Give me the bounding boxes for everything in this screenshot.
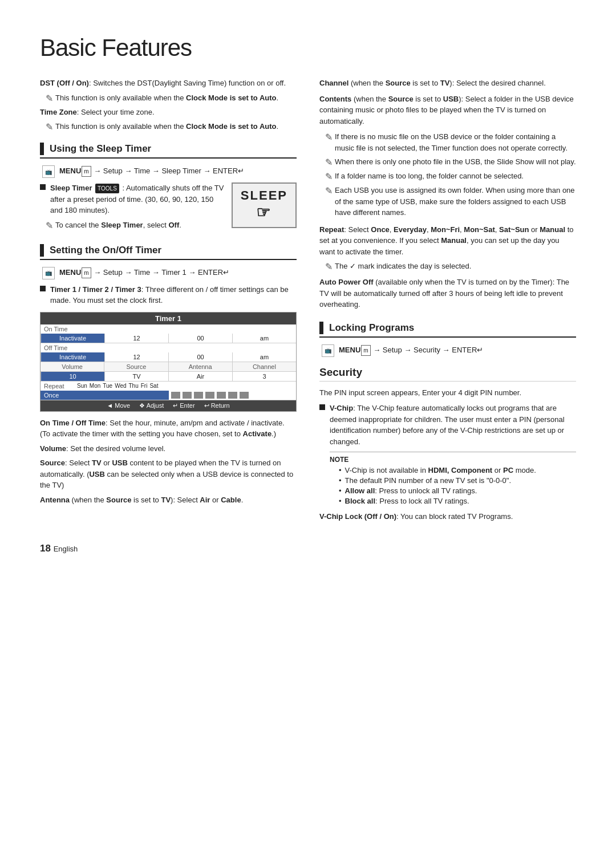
vchip-lock-note: V-Chip Lock (Off / On): You can block ra… xyxy=(319,511,576,522)
security-notes: V-Chip is not available in HDMI, Compone… xyxy=(330,466,576,505)
source-note: Source: Select TV or USB content to be p… xyxy=(40,457,297,491)
off-time-section: Off Time Inactivate 12 00 am xyxy=(40,343,296,362)
menu-icon-3: 📺 xyxy=(322,344,334,357)
contents-note: Contents (when the Source is set to USB)… xyxy=(319,94,576,127)
note-icon-2: ✎ xyxy=(46,121,53,132)
dst-text: DST (Off / On): Switches the DST(Dayligh… xyxy=(40,78,297,89)
page-number: 18 English xyxy=(40,543,576,554)
note-icon-usb2: ✎ xyxy=(325,157,333,168)
repeat-section: Repeat Sun Mon Tue Wed Thu Fri Sat Once xyxy=(40,382,296,400)
days-row: Sun Mon Tue Wed Thu Fri Sat xyxy=(75,382,296,390)
usb-note-3: ✎ If a folder name is too long, the fold… xyxy=(319,171,576,182)
locking-header: Locking Programs xyxy=(319,322,576,338)
security-note-2: The default PIN number of a new TV set i… xyxy=(339,476,576,485)
sleep-timer-header: Using the Sleep Timer xyxy=(40,143,297,159)
usb-note-1: ✎ If there is no music file on the USB d… xyxy=(319,131,576,153)
right-column: Channel (when the Source is set to TV): … xyxy=(319,78,576,526)
security-section: Security The PIN input screen appears, E… xyxy=(319,366,576,522)
usb-note-2: ✎ When there is only one photo file in t… xyxy=(319,156,576,168)
section-bar xyxy=(40,143,44,155)
menu-icon-2: 📺 xyxy=(42,267,55,279)
auto-power-note: Auto Power Off (available only when the … xyxy=(319,277,576,310)
on-time-row: Inactivate 12 00 am xyxy=(40,334,296,343)
sleep-timer-body: SLEEP ☞ Sleep Timer TOOLS : Automaticall… xyxy=(40,182,297,234)
timer-values-row: 10 TV Air 3 xyxy=(40,372,296,382)
sleep-timer-content: 📺 MENUm → Setup → Time → Sleep Timer → E… xyxy=(40,165,297,234)
dst-note1: ✎ This function is only available when t… xyxy=(40,92,297,104)
tools-badge: TOOLS xyxy=(95,184,119,193)
channel-note: Channel (when the Source is set to TV): … xyxy=(319,78,576,89)
note-icon-sleep: ✎ xyxy=(46,220,53,231)
left-column: DST (Off / On): Switches the DST(Dayligh… xyxy=(40,78,297,526)
on-time-note: On Time / Off Time: Set the hour, minute… xyxy=(40,417,297,440)
sleep-cancel-note: ✎ To cancel the Sleep Timer, select Off. xyxy=(40,220,226,231)
security-note-1: V-Chip is not available in HDMI, Compone… xyxy=(339,466,576,474)
timezone-text: Time Zone: Select your time zone. xyxy=(40,107,297,118)
locking-menu-line: 📺 MENUm → Setup → Security → ENTER↵ xyxy=(319,344,576,357)
on-off-menu-line: 📺 MENUm → Setup → Time → Timer 1 → ENTER… xyxy=(40,267,297,279)
timer-bullet: Timer 1 / Timer 2 / Timer 3: Three diffe… xyxy=(40,284,297,306)
security-heading: Security xyxy=(319,366,576,382)
repeat-note: Repeat: Select Once, Everyday, Mon~Fri, … xyxy=(319,224,576,258)
page-title: Basic Features xyxy=(40,34,576,62)
note-icon-usb1: ✎ xyxy=(325,132,333,143)
dst-section: DST (Off / On): Switches the DST(Dayligh… xyxy=(40,78,297,132)
on-off-timer-header: Setting the On/Off Timer xyxy=(40,244,297,260)
sleep-image: SLEEP ☞ xyxy=(232,182,297,228)
timezone-note: ✎ This function is only available when t… xyxy=(40,121,297,132)
menu-icon: 📺 xyxy=(42,165,55,178)
timer-title: Timer 1 xyxy=(40,313,296,324)
on-time-section: On Time Inactivate 12 00 am xyxy=(40,324,296,343)
sleep-bullet: Sleep Timer TOOLS : Automatically shuts … xyxy=(40,182,226,216)
usb-note-4: ✎ Each USB you use is assigned its own f… xyxy=(319,185,576,218)
note-icon-usb4: ✎ xyxy=(325,185,333,196)
usb-notes: ✎ If there is no music file on the USB d… xyxy=(319,131,576,218)
sleep-menu-line: 📺 MENUm → Setup → Time → Sleep Timer → E… xyxy=(40,165,297,178)
security-intro: The PIN input screen appears, Enter your… xyxy=(319,387,576,399)
section-bar-2 xyxy=(40,244,44,257)
off-time-row: Inactivate 12 00 am xyxy=(40,352,296,362)
note-icon-1: ✎ xyxy=(46,93,53,104)
note-icon-usb3: ✎ xyxy=(325,171,333,182)
section-bar-3 xyxy=(319,322,323,334)
note-icon-check: ✎ xyxy=(325,261,333,272)
timer-headers-row: Volume Source Antenna Channel xyxy=(40,362,296,372)
antenna-note: Antenna (when the Source is set to TV): … xyxy=(40,494,297,506)
checkmark-note: ✎ The ✓ mark indicates the day is select… xyxy=(319,261,576,272)
vchip-bullet: V-Chip: The V-Chip feature automatically… xyxy=(319,403,576,447)
timer-nav: ◄ Move ❖ Adjust ↵ Enter ↩ Return xyxy=(40,400,296,411)
security-note-3: Allow all: Press to unlock all TV rating… xyxy=(339,486,576,495)
timer-table: Timer 1 On Time Inactivate 12 00 am Off … xyxy=(40,312,297,412)
security-note-4: Block all: Press to lock all TV ratings. xyxy=(339,497,576,505)
on-off-timer-content: 📺 MENUm → Setup → Time → Timer 1 → ENTER… xyxy=(40,267,297,506)
volume-note: Volume: Set the desired volume level. xyxy=(40,443,297,455)
security-note-box: NOTE V-Chip is not available in HDMI, Co… xyxy=(330,452,576,505)
